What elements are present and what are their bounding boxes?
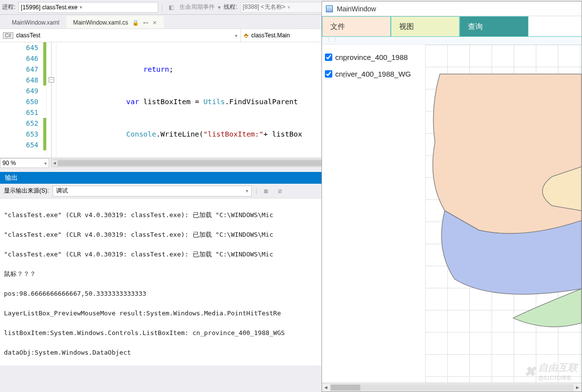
output-source-combo[interactable]: 调试 ▾ — [53, 186, 252, 196]
chevron-down-icon: ▾ — [288, 4, 290, 10]
scroll-thumb[interactable] — [331, 385, 360, 391]
app-title: MainWindow — [337, 5, 376, 13]
zoom-value: 90 % — [2, 160, 16, 167]
chevron-down-icon: ▾ — [246, 188, 248, 194]
window-icon — [326, 5, 333, 12]
scroll-left-icon[interactable]: ◄ — [322, 385, 330, 390]
map-canvas[interactable] — [425, 45, 582, 383]
fold-column[interactable]: − — [47, 42, 57, 158]
layer-item-province[interactable]: cnprovince_400_1988 — [325, 49, 422, 65]
process-label: 进程: — [2, 3, 15, 11]
lifecycle-icon: ◧ — [166, 2, 176, 13]
process-combo[interactable]: [15996] classTest.exe ▾ — [18, 2, 158, 13]
fold-toggle[interactable]: − — [49, 77, 54, 83]
tab-label: MainWindow.xaml — [12, 19, 59, 26]
chevron-down-icon: ▾ — [80, 4, 82, 10]
line-gutter: 645 646 647 648 649 650 651 652 653 654 — [0, 42, 47, 158]
pin-icon[interactable]: ⊷ — [143, 20, 148, 26]
tab-mainwindow-xaml-cs[interactable]: MainWindow.xaml.cs 🔒 ⊷ ✕ — [66, 16, 164, 28]
mainwindow-app: MainWindow 文件 视图 查询 ⋮⋮ cnprovince_400_19… — [321, 1, 582, 392]
toolbar-grip[interactable]: ⋮⋮ — [322, 37, 582, 45]
menu-query[interactable]: 查询 — [460, 16, 528, 36]
lifecycle-label: 生命周期事件 — [179, 3, 215, 11]
output-source-label: 显示输出来源(S): — [4, 187, 49, 195]
chevron-down-icon: ▾ — [44, 161, 47, 166]
layer-item-river[interactable]: cnriver_400_1988_WG — [325, 65, 422, 82]
menu-file[interactable]: 文件 — [322, 16, 391, 36]
tab-mainwindow-xaml[interactable]: MainWindow.xaml — [5, 16, 66, 28]
clear-icon[interactable]: ⎚ — [275, 186, 285, 196]
close-icon[interactable]: ✕ — [152, 20, 157, 26]
class-icon: ⬘ — [244, 32, 248, 39]
thread-value: [8388] <无名称> — [243, 3, 286, 11]
map-svg — [425, 45, 582, 357]
thread-label: 线程: — [224, 3, 237, 11]
app-titlebar[interactable]: MainWindow — [322, 1, 582, 16]
layer-checkbox[interactable] — [325, 70, 332, 78]
lock-icon: 🔒 — [132, 20, 139, 26]
layer-listbox[interactable]: cnprovince_400_1988 cnriver_400_1988_WG — [322, 45, 425, 383]
scope-value: classTest — [16, 32, 40, 39]
member-value: classTest.Main — [251, 32, 290, 39]
tab-label: MainWindow.xaml.cs — [73, 19, 128, 26]
scope-combo[interactable]: C# classTest ▾ — [0, 29, 241, 42]
zoom-combo[interactable]: 90 % ▾ — [0, 158, 49, 168]
chevron-down-icon: ▾ — [235, 33, 237, 38]
layer-checkbox[interactable] — [325, 54, 332, 61]
output-source-value: 调试 — [56, 187, 68, 195]
output-title: 输出 — [5, 173, 18, 182]
process-value: [15996] classTest.exe — [21, 4, 77, 11]
scroll-left-icon[interactable]: ◄ — [52, 160, 58, 167]
find-icon[interactable]: ≣ — [261, 186, 271, 196]
app-hscrollbar[interactable]: ◄ ► — [322, 383, 582, 392]
app-menubar: 文件 视图 查询 — [322, 16, 582, 37]
watermark: ✖ 自由互联 @51CTO博客 — [524, 361, 578, 382]
menu-view[interactable]: 视图 — [391, 16, 460, 36]
csharp-badge: C# — [3, 32, 13, 39]
scroll-right-icon[interactable]: ► — [574, 385, 582, 390]
